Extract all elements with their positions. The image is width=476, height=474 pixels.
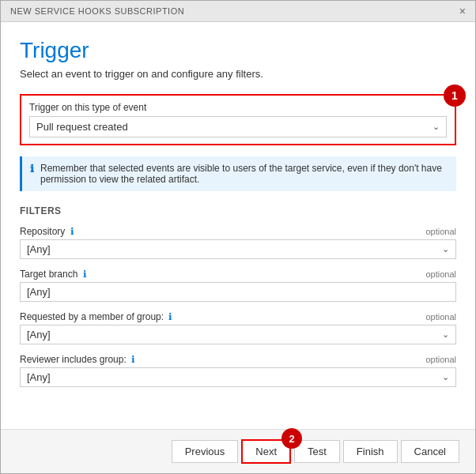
filter-repository-optional: optional [425, 227, 456, 236]
step2-badge: 2 [281, 428, 302, 449]
filter-target-branch-optional: optional [425, 269, 456, 279]
chevron-down-icon: ⌄ [442, 244, 449, 254]
filter-repository: Repository ℹ optional [Any] ⌄ [20, 226, 456, 259]
filter-requested-by-optional: optional [425, 312, 456, 322]
repository-select[interactable]: [Any] ⌄ [20, 239, 456, 259]
reviewer-value: [Any] [27, 371, 51, 383]
chevron-down-icon: ⌄ [442, 329, 449, 340]
info-box: ℹ Remember that selected events are visi… [20, 156, 456, 191]
filter-repository-label-row: Repository ℹ optional [20, 226, 456, 237]
requested-by-info-icon[interactable]: ℹ [168, 311, 172, 322]
repository-info-icon[interactable]: ℹ [70, 226, 74, 237]
filter-reviewer: Reviewer includes group: ℹ optional [Any… [20, 354, 456, 387]
trigger-event-section: 1 Trigger on this type of event Pull req… [20, 94, 456, 145]
event-type-value: Pull request created [36, 121, 128, 133]
filters-title: FILTERS [20, 205, 456, 216]
requested-by-value: [Any] [27, 329, 51, 340]
chevron-down-icon: ⌄ [433, 122, 440, 132]
target-branch-info-icon[interactable]: ℹ [83, 269, 87, 280]
previous-button[interactable]: Previous [172, 440, 239, 463]
dialog-header: NEW SERVICE HOOKS SUBSCRIPTION × [1, 1, 475, 22]
filter-reviewer-label-row: Reviewer includes group: ℹ optional [20, 354, 456, 365]
dialog-body: Trigger Select an event to trigger on an… [1, 22, 475, 429]
filter-target-branch: Target branch ℹ optional [20, 269, 456, 302]
repository-value: [Any] [27, 243, 51, 255]
reviewer-select[interactable]: [Any] ⌄ [20, 367, 456, 387]
test-button[interactable]: Test [294, 440, 340, 463]
filter-requested-by: Requested by a member of group: ℹ option… [20, 311, 456, 344]
close-button[interactable]: × [459, 6, 466, 17]
info-icon: ℹ [30, 163, 34, 175]
reviewer-info-icon[interactable]: ℹ [131, 354, 135, 365]
filter-target-branch-label: Target branch ℹ [20, 269, 87, 280]
event-label: Trigger on this type of event [29, 102, 447, 113]
step1-badge: 1 [444, 85, 466, 107]
info-text: Remember that selected events are visibl… [40, 163, 448, 185]
filter-reviewer-label: Reviewer includes group: ℹ [20, 354, 135, 365]
requested-by-select[interactable]: [Any] ⌄ [20, 325, 456, 344]
filter-requested-by-label-row: Requested by a member of group: ℹ option… [20, 311, 456, 322]
filter-reviewer-optional: optional [425, 355, 456, 364]
dialog-header-title: NEW SERVICE HOOKS SUBSCRIPTION [10, 6, 184, 16]
filter-target-branch-label-row: Target branch ℹ optional [20, 269, 456, 280]
filter-requested-by-label: Requested by a member of group: ℹ [20, 311, 172, 322]
page-title: Trigger [20, 38, 456, 63]
finish-button[interactable]: Finish [343, 440, 398, 463]
filter-repository-label: Repository ℹ [20, 226, 74, 237]
next-button-wrapper: Next 2 [241, 439, 291, 464]
cancel-button[interactable]: Cancel [401, 440, 459, 463]
target-branch-input[interactable] [20, 282, 456, 302]
event-type-select[interactable]: Pull request created ⌄ [29, 116, 447, 137]
page-subtitle: Select an event to trigger on and config… [20, 68, 456, 80]
chevron-down-icon: ⌄ [442, 372, 449, 382]
dialog-footer: Previous Next 2 Test Finish Cancel [1, 429, 475, 473]
dialog: NEW SERVICE HOOKS SUBSCRIPTION × Trigger… [0, 0, 476, 474]
